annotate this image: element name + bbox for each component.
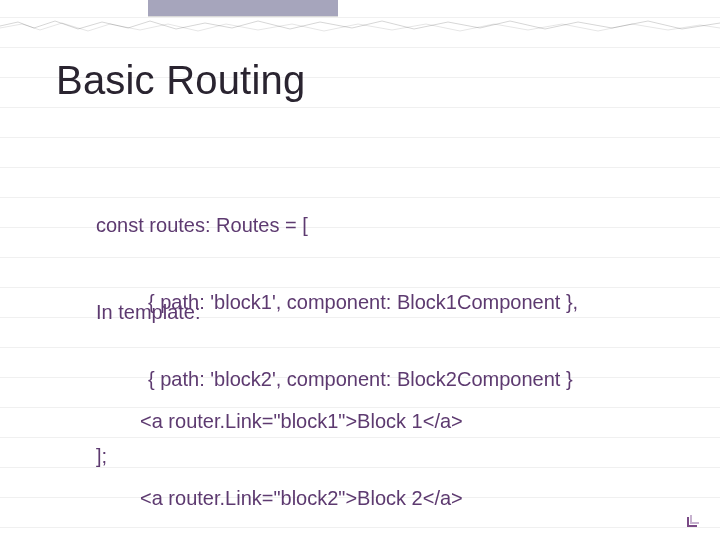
top-accent-bar [148, 0, 338, 16]
template-anchor-2: <a router.Link="block2">Block 2</a> [140, 486, 463, 512]
template-anchors: <a router.Link="block1">Block 1</a> <a r… [140, 358, 463, 540]
corner-accent-icon [686, 510, 704, 528]
torn-edge-decoration [0, 16, 720, 34]
template-anchor-1: <a router.Link="block1">Block 1</a> [140, 409, 463, 435]
routes-line-1: const routes: Routes = [ [96, 213, 578, 239]
template-intro: In template: [96, 300, 201, 326]
slide-title: Basic Routing [56, 58, 305, 103]
slide: Basic Routing const routes: Routes = [ {… [0, 0, 720, 540]
